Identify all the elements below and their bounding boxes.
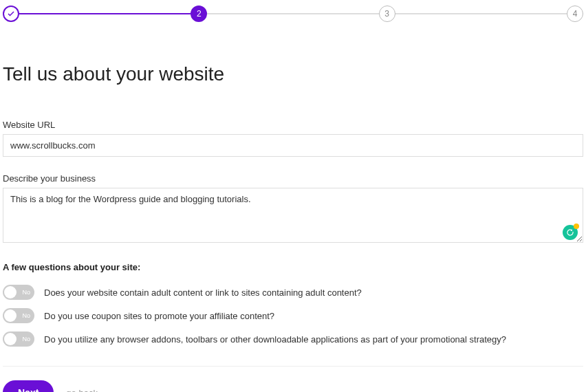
step-3: 3	[379, 6, 395, 22]
question-text: Do you utilize any browser addons, toolb…	[44, 334, 506, 345]
step-4: 4	[567, 6, 583, 22]
toggle-off-label: No	[22, 312, 30, 319]
step-line-2	[207, 13, 378, 14]
divider	[3, 366, 583, 367]
step-2-current: 2	[191, 6, 207, 22]
question-text: Does your website contain adult content …	[44, 287, 362, 298]
progress-stepper: 2 3 4	[3, 6, 583, 22]
toggle-knob	[4, 333, 17, 345]
next-button[interactable]: Next	[3, 380, 54, 392]
toggle-off-label: No	[22, 289, 30, 296]
go-back-link[interactable]: go back	[66, 388, 98, 393]
step-line-1	[19, 13, 191, 14]
question-coupon-sites: No Do you use coupon sites to promote yo…	[3, 308, 583, 323]
check-icon	[7, 10, 15, 18]
website-url-input[interactable]	[3, 134, 583, 157]
footer-actions: Next go back	[3, 380, 583, 392]
toggle-off-label: No	[22, 336, 30, 342]
business-description-textarea[interactable]	[3, 188, 583, 243]
toggle-adult-content[interactable]: No	[3, 285, 34, 300]
step-1-done	[3, 6, 19, 22]
page-title: Tell us about your website	[3, 63, 583, 85]
question-browser-addons: No Do you utilize any browser addons, to…	[3, 331, 583, 347]
step-line-3	[395, 13, 567, 14]
desc-label: Describe your business	[3, 173, 583, 184]
question-text: Do you use coupon sites to promote your …	[44, 311, 274, 321]
questions-heading: A few questions about your site:	[3, 262, 583, 272]
toggle-knob	[4, 309, 17, 322]
toggle-knob	[4, 286, 17, 298]
toggle-browser-addons[interactable]: No	[3, 331, 34, 347]
question-adult-content: No Does your website contain adult conte…	[3, 285, 583, 300]
url-label: Website URL	[3, 120, 583, 130]
toggle-coupon-sites[interactable]: No	[3, 308, 34, 323]
grammarly-icon[interactable]	[563, 225, 578, 240]
